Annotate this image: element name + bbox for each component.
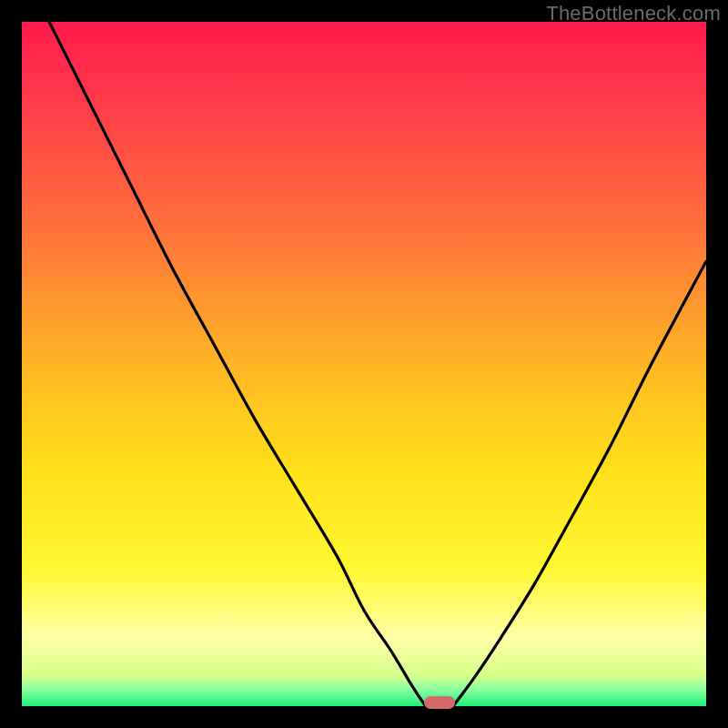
curve-right-path <box>453 261 706 706</box>
curve-left-path <box>49 22 426 706</box>
chart-frame <box>22 22 706 706</box>
minimum-marker <box>424 696 455 709</box>
chart-curve <box>22 22 706 706</box>
